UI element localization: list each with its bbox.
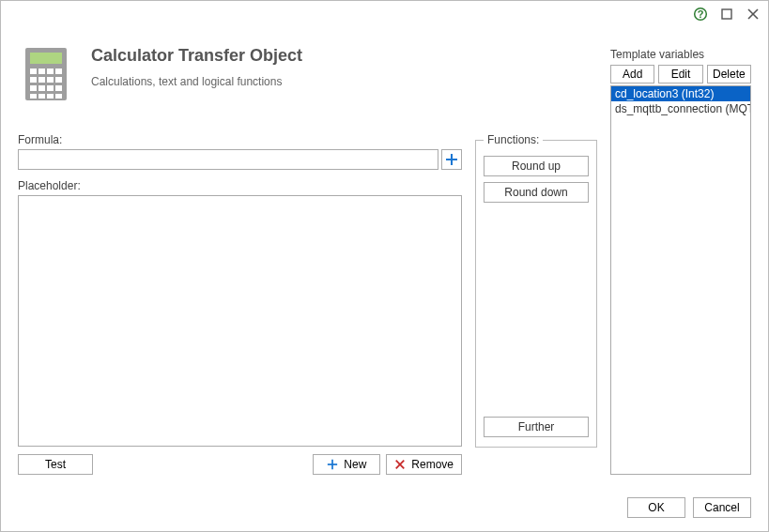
template-variable-item[interactable]: cd_location3 (Int32) — [611, 86, 750, 101]
page-title: Calculator Transfer Object — [91, 46, 302, 66]
ok-button[interactable]: OK — [627, 497, 685, 518]
template-variable-item[interactable]: ds_mqttb_connection (MQTT) — [611, 101, 750, 116]
header: Calculator Transfer Object Calculations,… — [18, 27, 597, 133]
close-icon[interactable] — [746, 7, 761, 22]
round-up-button[interactable]: Round up — [484, 156, 589, 176]
tv-delete-button[interactable]: Delete — [707, 65, 751, 84]
svg-rect-10 — [55, 68, 62, 74]
tv-edit-button[interactable]: Edit — [658, 65, 702, 84]
svg-text:?: ? — [698, 8, 704, 20]
formula-label: Formula: — [18, 133, 462, 146]
template-variables-label: Template variables — [610, 48, 751, 61]
svg-rect-12 — [38, 77, 45, 83]
round-down-button[interactable]: Round down — [484, 182, 589, 203]
maximize-icon[interactable] — [719, 7, 734, 22]
heading-block: Calculator Transfer Object Calculations,… — [91, 46, 302, 88]
form-button-row: Test New — [18, 454, 462, 475]
titlebar: ? — [1, 1, 768, 27]
svg-rect-15 — [30, 85, 37, 91]
svg-rect-13 — [47, 77, 54, 83]
cancel-button[interactable]: Cancel — [693, 497, 751, 518]
template-variables-panel: Template variables Add Edit Delete cd_lo… — [610, 27, 751, 475]
formula-input[interactable] — [18, 149, 438, 170]
placeholder-textarea[interactable] — [18, 195, 462, 447]
functions-legend: Functions: — [484, 133, 543, 146]
further-button[interactable]: Further — [484, 417, 589, 437]
dialog-content: Calculator Transfer Object Calculations,… — [1, 27, 768, 488]
x-icon — [394, 459, 406, 470]
form-button-group: New Remove — [313, 454, 462, 475]
test-button[interactable]: Test — [18, 454, 93, 475]
svg-rect-21 — [47, 94, 54, 99]
template-variables-buttons: Add Edit Delete — [610, 65, 751, 84]
svg-rect-8 — [38, 68, 45, 74]
dialog-window: ? — [0, 0, 769, 532]
svg-rect-18 — [55, 85, 62, 91]
dialog-footer: OK Cancel — [1, 488, 768, 531]
svg-rect-22 — [55, 94, 62, 99]
plus-icon — [445, 153, 458, 166]
new-button-label: New — [344, 458, 366, 471]
form-column: Formula: Placeholder: Test — [18, 133, 462, 475]
page-subtitle: Calculations, text and logical functions — [91, 75, 302, 88]
svg-rect-14 — [55, 77, 62, 83]
tv-add-button[interactable]: Add — [610, 65, 654, 84]
help-icon[interactable]: ? — [693, 7, 708, 22]
svg-rect-7 — [30, 68, 37, 74]
svg-rect-17 — [47, 85, 54, 91]
svg-rect-19 — [30, 94, 37, 99]
remove-button-label: Remove — [411, 458, 454, 471]
calculator-icon — [23, 46, 69, 105]
body-columns: Formula: Placeholder: Test — [18, 133, 597, 475]
main-panel: Calculator Transfer Object Calculations,… — [18, 27, 597, 475]
svg-rect-20 — [38, 94, 45, 99]
svg-rect-11 — [30, 77, 37, 83]
template-variables-list[interactable]: cd_location3 (Int32)ds_mqttb_connection … — [610, 85, 751, 475]
new-button[interactable]: New — [313, 454, 380, 475]
remove-button[interactable]: Remove — [386, 454, 462, 475]
svg-rect-2 — [722, 9, 731, 19]
formula-row — [18, 149, 462, 170]
svg-rect-16 — [38, 85, 45, 91]
functions-fieldset: Functions: Round up Round down Further — [475, 133, 597, 448]
svg-rect-9 — [47, 68, 54, 74]
svg-rect-6 — [30, 53, 62, 64]
placeholder-label: Placeholder: — [18, 179, 462, 192]
formula-add-button[interactable] — [441, 149, 462, 170]
functions-column: Functions: Round up Round down Further — [475, 133, 597, 475]
plus-icon — [327, 459, 338, 470]
